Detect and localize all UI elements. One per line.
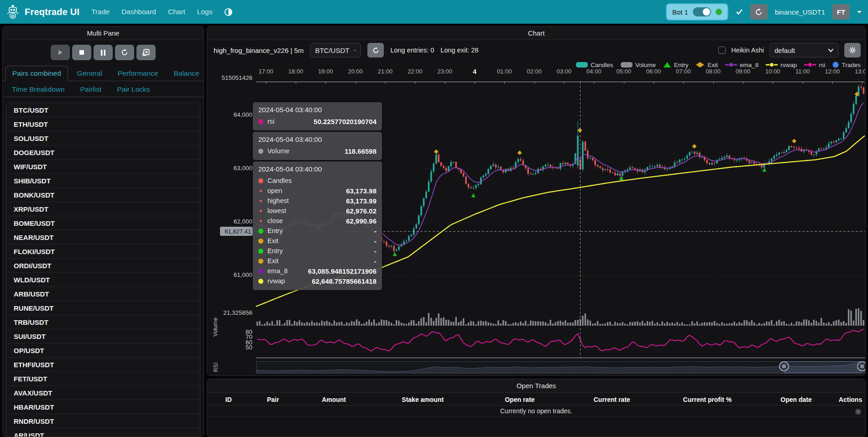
candles-marker-icon xyxy=(576,62,588,68)
time-tick-05:00: 05:00 xyxy=(614,68,634,75)
account-name[interactable]: binance_USDT1 xyxy=(775,8,825,16)
tooltip-row-Candles: Candles xyxy=(258,176,376,186)
column-header-pair[interactable]: Pair xyxy=(250,396,296,403)
refresh-button[interactable] xyxy=(115,45,134,60)
nav-item-trade[interactable]: Trade xyxy=(91,8,110,16)
tooltip-value: 62,990.96 xyxy=(346,217,376,225)
pair-row-ethfi[interactable]: ETHFI/USDT xyxy=(6,358,200,372)
volume-marker-icon xyxy=(621,62,633,68)
pair-row-ar[interactable]: AR/USDT xyxy=(6,428,200,437)
column-header-open-date[interactable]: Open date xyxy=(757,396,836,403)
chart-refresh-button[interactable] xyxy=(367,43,384,57)
legend-rsi[interactable]: rsi xyxy=(804,62,825,68)
pair-row-sol[interactable]: SOL/USDT xyxy=(6,131,200,146)
bot-control-buttons xyxy=(3,40,204,66)
pair-select[interactable]: BTC/USDT xyxy=(310,43,361,57)
tab-time-breakdown[interactable]: Time Breakdown xyxy=(5,82,71,97)
column-header-current-rate[interactable]: Current rate xyxy=(566,396,658,403)
pair-row-avax[interactable]: AVAX/USDT xyxy=(6,386,200,400)
stop-button[interactable] xyxy=(72,45,91,60)
tab-pairlist[interactable]: Pairlist xyxy=(74,82,108,97)
heikin-ashi-checkbox[interactable] xyxy=(718,47,726,54)
tooltip-value: 118.66598 xyxy=(345,147,376,155)
exit-marker-icon xyxy=(695,62,705,68)
column-header-actions[interactable]: Actions xyxy=(836,396,865,403)
legend-label: Volume xyxy=(635,62,656,68)
tooltip-dot xyxy=(258,149,263,154)
tooltip-value: 62,976.02 xyxy=(346,207,376,215)
legend-label: Entry xyxy=(674,62,689,68)
tab-performance[interactable]: Performance xyxy=(111,66,165,81)
tab-pairs-combined[interactable]: Pairs combined xyxy=(5,66,68,81)
legend-ema_8[interactable]: ema_8 xyxy=(725,62,758,68)
pair-row-fet[interactable]: FET/USDT xyxy=(6,372,200,386)
table-settings-gear-icon[interactable] xyxy=(855,408,862,415)
pair-row-rndr[interactable]: RNDR/USDT xyxy=(6,414,200,428)
sidebar-tabs-row2: Time BreakdownPairlistPair Locks xyxy=(3,81,204,97)
rsi-pane-label: RSI xyxy=(213,360,219,374)
pair-row-rune[interactable]: RUNE/USDT xyxy=(6,301,200,315)
time-tick-09:00: 09:00 xyxy=(733,68,753,75)
pair-row-wld[interactable]: WLD/USDT xyxy=(6,273,200,287)
tooltip-label: rvwap xyxy=(267,277,285,285)
pair-row-trb[interactable]: TRB/USDT xyxy=(6,315,200,329)
user-menu-caret-icon[interactable] xyxy=(857,11,862,13)
pair-row-arb[interactable]: ARB/USDT xyxy=(6,287,200,301)
column-header-stake-amount[interactable]: Stake amount xyxy=(371,396,474,403)
plot-settings-button[interactable] xyxy=(844,43,861,57)
pair-row-bonk[interactable]: BONK/USDT xyxy=(6,188,200,202)
column-header-id[interactable]: ID xyxy=(207,396,250,403)
column-header-open-rate[interactable]: Open rate xyxy=(474,396,566,403)
legend-trades[interactable]: Trades xyxy=(832,62,861,68)
time-tick-19:00: 19:00 xyxy=(315,68,335,75)
rsi-tick-50: 50 xyxy=(217,344,252,351)
pair-row-sui[interactable]: SUI/USDT xyxy=(6,329,200,343)
time-tick-21:00: 21:00 xyxy=(375,68,395,75)
pair-row-bome[interactable]: BOME/USDT xyxy=(6,216,200,230)
pair-row-xrp[interactable]: XRP/USDT xyxy=(6,202,200,216)
pair-row-doge[interactable]: DOGE/USDT xyxy=(6,146,200,160)
bot-toggle[interactable] xyxy=(693,7,711,16)
nav-item-chart[interactable]: Chart xyxy=(168,8,185,16)
legend-rvwap[interactable]: rvwap xyxy=(766,62,797,68)
tooltip-row-rvwap: rvwap62,648.75785661418 xyxy=(258,276,376,286)
datazoom-left-handle[interactable] xyxy=(779,361,789,371)
pair-row-hbar[interactable]: HBAR/USDT xyxy=(6,400,200,414)
pause-button[interactable] xyxy=(94,45,113,60)
pair-row-near[interactable]: NEAR/USDT xyxy=(6,230,200,245)
pair-row-floki[interactable]: FLOKI/USDT xyxy=(6,245,200,259)
play-button[interactable] xyxy=(51,45,70,60)
column-header-amount[interactable]: Amount xyxy=(296,396,372,403)
nav-item-dashboard[interactable]: Dashboard xyxy=(121,8,156,16)
time-tick-22:00: 22:00 xyxy=(405,68,425,75)
legend-exit[interactable]: Exit xyxy=(695,62,718,68)
pair-row-wif[interactable]: WIF/USDT xyxy=(6,160,200,174)
tooltip-dot xyxy=(260,220,262,222)
user-avatar[interactable]: FT xyxy=(832,4,850,20)
reload-bot-button[interactable] xyxy=(750,4,768,20)
tab-balance[interactable]: Balance xyxy=(167,66,204,81)
discard-button[interactable] xyxy=(136,45,156,60)
bot-selector[interactable]: Bot 1 xyxy=(666,3,728,21)
check-icon[interactable] xyxy=(736,9,743,15)
pair-row-btc[interactable]: BTC/USDT xyxy=(6,103,200,117)
chart-plot-area: 17:0018:0019:0020:0021:0022:0023:00401:0… xyxy=(207,68,865,375)
legend-entry[interactable]: Entry xyxy=(663,62,689,68)
tooltip-row-Entry: Entry- xyxy=(258,246,376,256)
nav-item-logs[interactable]: Logs xyxy=(197,8,213,16)
tab-pair-locks[interactable]: Pair Locks xyxy=(110,82,156,97)
tab-general[interactable]: General xyxy=(71,66,109,81)
pair-row-ordi[interactable]: ORDI/USDT xyxy=(6,259,200,273)
pair-row-shib[interactable]: SHIB/USDT xyxy=(6,174,200,188)
tooltip-value: 63,173.99 xyxy=(346,197,376,205)
plot-config-select[interactable]: default xyxy=(769,43,839,57)
column-header-current-profit--[interactable]: Current profit % xyxy=(658,396,757,403)
tooltip-row-Exit: Exit- xyxy=(258,256,376,266)
pair-row-op[interactable]: OP/USDT xyxy=(6,343,200,358)
datazoom-right-handle[interactable] xyxy=(857,361,866,371)
legend-candles[interactable]: Candles xyxy=(576,62,613,68)
pair-row-eth[interactable]: ETH/USDT xyxy=(6,117,200,131)
chevron-down-icon xyxy=(354,48,356,52)
legend-volume[interactable]: Volume xyxy=(621,62,656,68)
theme-toggle-icon[interactable] xyxy=(224,8,233,16)
